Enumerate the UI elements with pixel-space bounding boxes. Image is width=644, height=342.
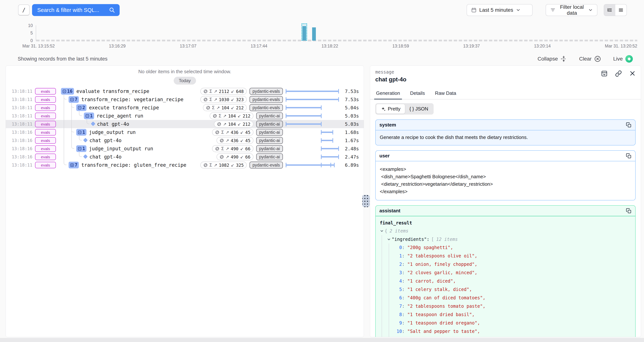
json-index: 1 <box>396 252 402 260</box>
tab-raw-data[interactable]: Raw Data <box>434 88 457 99</box>
json-array-item: 8: "1 teaspoon dried basil", <box>396 310 631 319</box>
package-badge: pydantic-evals <box>250 88 283 95</box>
span-label[interactable]: evaluate transform_recipe <box>76 88 149 94</box>
histogram-bar[interactable] <box>312 28 316 40</box>
json-string: "1 carrot, diced", <box>407 278 456 284</box>
span-leaf-icon <box>83 138 88 142</box>
evals-badge[interactable]: evals <box>35 162 56 168</box>
json-array-item: 5: "1 celery stalk, diced", <box>396 285 631 294</box>
evals-badge[interactable]: evals <box>35 88 56 95</box>
user-message-line: <dish_name>Spaghetti Bolognese</dish_nam… <box>380 173 631 180</box>
package-badge: pydantic-ai <box>256 129 283 136</box>
collapse-toggle[interactable]: 1 <box>76 129 86 136</box>
evals-badge[interactable]: evals <box>35 137 56 144</box>
json-string: "400g can of diced tomatoes", <box>407 295 486 300</box>
collapse-toggle[interactable]: 2 <box>76 104 86 111</box>
slash-shortcut-key[interactable]: / <box>18 4 30 16</box>
row-timestamp: 13:18:11 <box>12 105 32 110</box>
duration-value: 1.67s <box>345 138 359 143</box>
table-row[interactable]: 13:18:11 evals 7 transform_recipe: veget… <box>6 95 364 104</box>
json-view-button[interactable]: { } JSON <box>405 104 433 114</box>
table-row[interactable]: 13:18:11 evals 2 execute transform_recip… <box>6 104 364 112</box>
expand-toggle[interactable]: 7 <box>68 162 79 168</box>
table-row[interactable]: 13:18:11 evals 1 recipe_agent run Σ↗104↙… <box>6 112 364 120</box>
package-badge: pydantic-ai <box>256 121 283 128</box>
time-range-dropdown[interactable]: Last 5 minutes <box>466 4 532 16</box>
tokens-received-icon: ↙ <box>240 130 244 135</box>
token-usage-pill: Σ↗1030↙323 <box>200 96 247 103</box>
table-row[interactable]: 13:18:16 evals chat gpt-4o ↗490↙66 pydan… <box>6 153 364 161</box>
package-badge: pydantic-ai <box>256 137 283 144</box>
collapse-caret-icon[interactable] <box>380 229 384 233</box>
evals-badge[interactable]: evals <box>35 129 56 136</box>
dock-view-icon[interactable] <box>601 70 608 77</box>
json-string: "Salt and pepper to taste", <box>407 329 480 334</box>
collapse-button[interactable]: Collapse <box>538 56 567 62</box>
y-tick-label: 10 <box>20 23 33 28</box>
duration-value: 7.53s <box>345 89 359 94</box>
span-label[interactable]: transform_recipe: gluten_free_recipe <box>81 162 186 168</box>
copy-link-icon[interactable] <box>615 70 622 77</box>
collapse-toggle[interactable]: 1 <box>84 112 94 119</box>
span-label[interactable]: recipe_agent run <box>96 113 143 119</box>
collapse-caret-icon[interactable] <box>387 237 392 242</box>
chart-plot[interactable] <box>36 25 637 40</box>
tab-generation[interactable]: Generation <box>375 88 401 99</box>
table-row[interactable]: 13:18:16 evals 1 judge_input_output run … <box>6 144 364 153</box>
duration-bar <box>286 161 338 169</box>
evals-badge[interactable]: evals <box>35 154 56 160</box>
tokens-sent-icon: ↗ <box>223 122 226 126</box>
histogram-bar[interactable] <box>302 26 306 40</box>
close-icon[interactable] <box>629 70 636 77</box>
duration-value: 2.48s <box>345 146 359 152</box>
list-view-button[interactable] <box>615 4 626 16</box>
date-pill[interactable]: Today <box>174 77 196 84</box>
evals-badge[interactable]: evals <box>35 121 56 128</box>
search-button[interactable]: Search & filter with SQL... <box>32 4 120 16</box>
user-message-line: <examples> <box>380 166 631 173</box>
user-message-line: <dietary_restriction>vegetarian</dietary… <box>380 180 631 188</box>
activity-histogram: 10 5 0 Mar 31. 13:15:5213:16:2913:17:071… <box>0 24 644 50</box>
collapse-toggle[interactable]: 7 <box>68 96 79 103</box>
json-index: 3 <box>396 268 402 277</box>
span-label[interactable]: transform_recipe: vegetarian_recipe <box>81 97 183 102</box>
evals-badge[interactable]: evals <box>35 104 56 111</box>
tokens-sent-icon: ↗ <box>223 114 226 118</box>
span-label[interactable]: judge_output run <box>89 130 136 135</box>
table-row[interactable]: 13:18:11 evals 16 evaluate transform_rec… <box>6 87 364 95</box>
empty-window-notice: No older items in the selected time wind… <box>6 69 364 74</box>
evals-badge[interactable]: evals <box>35 113 56 119</box>
json-index: 8 <box>396 310 402 319</box>
pretty-view-button[interactable]: Pretty <box>376 104 405 114</box>
live-indicator-icon <box>625 55 633 62</box>
tab-details[interactable]: Details <box>410 88 426 99</box>
collapse-toggle[interactable]: 1 <box>76 145 86 152</box>
table-row[interactable]: 13:18:16 evals chat gpt-4o ↗436↙45 pydan… <box>6 136 364 144</box>
table-row[interactable]: 13:18:11 evals chat gpt-4o ↗104↙212 pyda… <box>6 120 364 128</box>
span-label[interactable]: chat gpt-4o <box>97 121 129 127</box>
row-timestamp: 13:18:11 <box>12 89 32 94</box>
duration-value: 5.03s <box>345 113 359 119</box>
span-label[interactable]: judge_input_output run <box>89 146 153 152</box>
copy-icon[interactable] <box>626 153 632 159</box>
table-row[interactable]: 13:18:11 evals 7 transform_recipe: glute… <box>6 161 364 169</box>
panel-resize-handle[interactable] <box>362 195 370 207</box>
live-label: Live <box>613 56 623 62</box>
user-message-line: </examples> <box>380 188 631 195</box>
table-row[interactable]: 13:18:16 evals 1 judge_output run Σ↗436↙… <box>6 128 364 136</box>
clear-button[interactable]: Clear <box>579 56 601 62</box>
span-label[interactable]: chat gpt-4o <box>90 138 122 143</box>
evals-badge[interactable]: evals <box>35 96 56 103</box>
evals-badge[interactable]: evals <box>35 146 56 152</box>
system-message-card: system Generate a recipe to cook the dis… <box>375 120 636 146</box>
copy-icon[interactable] <box>626 122 632 128</box>
json-index: 11 <box>396 336 402 337</box>
span-label[interactable]: chat gpt-4o <box>90 154 122 160</box>
collapse-toggle[interactable]: 16 <box>61 88 74 95</box>
token-usage-pill: ↗490↙66 <box>216 154 254 160</box>
span-label[interactable]: execute transform_recipe <box>89 105 159 110</box>
live-toggle[interactable]: Live <box>613 55 633 62</box>
copy-icon[interactable] <box>626 208 632 214</box>
tree-view-button[interactable] <box>604 4 615 16</box>
filter-dropdown[interactable]: Filter local data <box>546 4 598 16</box>
